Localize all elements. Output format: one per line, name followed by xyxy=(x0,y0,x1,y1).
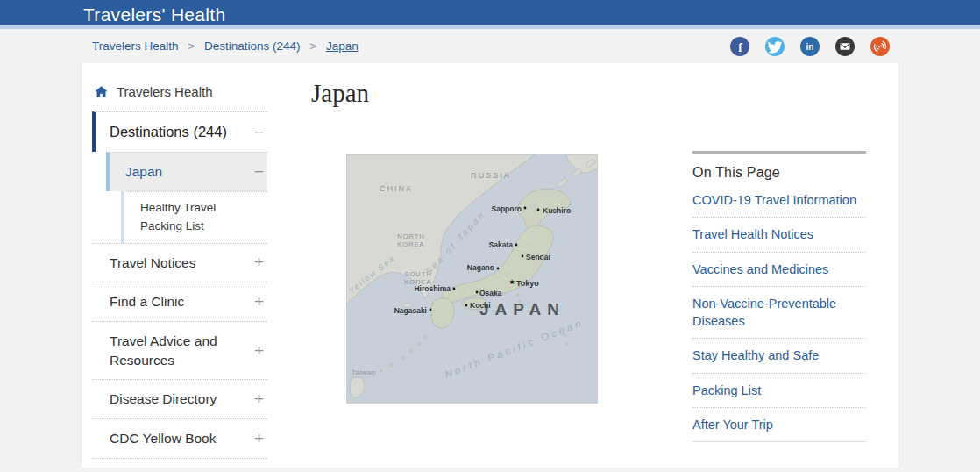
svg-text:f: f xyxy=(738,40,742,54)
city-label: Sakata xyxy=(489,240,514,249)
page: Travelers' Health Travelers Health > Des… xyxy=(0,0,980,468)
sidebar-home-label: Travelers Health xyxy=(117,84,212,99)
expand-icon[interactable]: + xyxy=(254,290,264,314)
city-marker xyxy=(524,207,527,210)
home-icon xyxy=(94,84,109,99)
on-this-page-heading: On This Page xyxy=(692,165,866,181)
sidebar-item-find-a-clinic[interactable]: Find a Clinic + xyxy=(92,282,267,321)
syndicate-icon[interactable] xyxy=(870,37,890,56)
breadcrumb-link-japan[interactable]: Japan xyxy=(326,39,359,53)
city-label: Tokyo xyxy=(516,279,539,288)
sidebar-item-cdc-yellow-book[interactable]: CDC Yellow Book + xyxy=(92,418,267,458)
list-item: COVID-19 Travel Information xyxy=(692,183,866,218)
expand-icon[interactable]: + xyxy=(254,388,264,411)
breadcrumb-separator: > xyxy=(188,39,195,53)
city-label: Nagano xyxy=(467,263,494,272)
breadcrumb-row: Travelers Health > Destinations (244) > … xyxy=(82,29,898,63)
breadcrumb-link-travelers-health[interactable]: Travelers Health xyxy=(92,39,179,53)
list-item: Travel Health Notices xyxy=(692,218,866,252)
sidebar-item-frequently-asked-questions[interactable]: Frequently Asked Questions + xyxy=(92,458,267,472)
sidebar-item-destinations[interactable]: Destinations (244) − xyxy=(92,111,267,152)
sidebar-item-label: Find a Clinic xyxy=(110,294,184,309)
city-marker xyxy=(537,209,540,211)
list-item: After Your Trip xyxy=(692,408,866,441)
collapse-icon[interactable]: − xyxy=(254,161,264,184)
site-header: Travelers' Health xyxy=(0,0,980,29)
city-label: Kushiro xyxy=(543,206,571,215)
collapse-icon[interactable]: − xyxy=(254,120,264,144)
city-label: Hiroshima xyxy=(414,284,451,293)
content-card: Travelers Health Destinations (244) − Ja… xyxy=(82,63,898,468)
city-marker xyxy=(522,255,524,258)
on-this-page: On This Page COVID-19 Travel Information… xyxy=(692,151,866,442)
japan-map: CHINARUSSIANORTHKOREASOUTHKOREATaiwanSea… xyxy=(346,154,598,404)
city-marker xyxy=(515,244,518,247)
japan-map-svg: CHINARUSSIANORTHKOREASOUTHKOREATaiwanSea… xyxy=(346,154,598,404)
map-region-label: Taiwan xyxy=(352,368,376,376)
site-title[interactable]: Travelers' Health xyxy=(0,0,980,29)
city-marker xyxy=(465,304,468,307)
city-label: Kochi xyxy=(470,301,491,310)
on-this-page-list: COVID-19 Travel Information Travel Healt… xyxy=(692,183,866,442)
on-this-page-link-packing-list[interactable]: Packing List xyxy=(692,382,866,399)
sidebar-item-healthy-travel-packing-list[interactable]: Healthy Travel Packing List xyxy=(121,191,267,243)
sidebar-home-link[interactable]: Travelers Health xyxy=(92,75,267,111)
expand-icon[interactable]: + xyxy=(254,339,264,362)
capital-star-marker: ★ xyxy=(508,278,515,286)
map-country-label: JAPAN xyxy=(479,300,565,318)
sidebar-item-label: CDC Yellow Book xyxy=(110,431,216,446)
city-marker xyxy=(430,309,432,311)
breadcrumb-link-destinations[interactable]: Destinations (244) xyxy=(204,39,301,53)
map-region-label: KOREA xyxy=(397,240,424,248)
on-this-page-link-after-your-trip[interactable]: After Your Trip xyxy=(692,416,866,433)
city-marker xyxy=(476,291,479,294)
list-item: Stay Healthy and Safe xyxy=(692,339,866,373)
list-item: Non-Vaccine-Preventable Diseases xyxy=(692,287,866,340)
left-nav: Travelers Health Destinations (244) − Ja… xyxy=(92,75,267,472)
expand-icon[interactable]: + xyxy=(254,251,264,275)
sidebar-item-label: Disease Directory xyxy=(110,391,217,406)
twitter-icon[interactable] xyxy=(765,37,785,56)
sidebar-item-travel-notices[interactable]: Travel Notices + xyxy=(92,243,267,282)
sidebar-item-label: Healthy Travel Packing List xyxy=(140,201,216,232)
sidebar-nav: Destinations (244) − Japan − Healthy Tra… xyxy=(92,111,267,472)
linkedin-icon[interactable]: in xyxy=(800,37,820,56)
breadcrumb-separator: > xyxy=(309,39,316,53)
on-this-page-link-vaccines-and-medicines[interactable]: Vaccines and Medicines xyxy=(692,261,866,278)
list-item: Vaccines and Medicines xyxy=(692,253,866,287)
social-share-bar: f in xyxy=(730,37,890,56)
city-label: Nagasaki xyxy=(394,306,427,315)
expand-icon[interactable]: + xyxy=(254,427,264,451)
breadcrumb: Travelers Health > Destinations (244) > … xyxy=(92,39,359,53)
sidebar-item-disease-directory[interactable]: Disease Directory + xyxy=(92,379,267,418)
on-this-page-link-travel-health-notices[interactable]: Travel Health Notices xyxy=(692,225,866,243)
on-this-page-link-stay-healthy-and-safe[interactable]: Stay Healthy and Safe xyxy=(692,347,866,364)
map-region-label: NORTH xyxy=(397,232,425,240)
on-this-page-link-covid-19-travel-information[interactable]: COVID-19 Travel Information xyxy=(692,191,866,209)
svg-text:in: in xyxy=(806,42,814,52)
list-item: Packing List xyxy=(692,374,866,408)
city-marker xyxy=(453,288,456,290)
city-marker xyxy=(497,268,500,270)
sidebar-item-label: Destinations (244) xyxy=(110,124,227,139)
sidebar-item-label: Travel Notices xyxy=(110,255,195,270)
sidebar-item-japan[interactable]: Japan − xyxy=(106,152,267,191)
page-title: Japan xyxy=(311,79,369,108)
sidebar-item-label: Travel Advice and Resources xyxy=(110,333,217,368)
sidebar-item-travel-advice-and-resources[interactable]: Travel Advice and Resources + xyxy=(92,321,267,379)
city-label: Sapporo xyxy=(492,204,522,213)
city-label: Sendai xyxy=(526,253,550,261)
map-region-label: CHINA xyxy=(380,184,413,193)
map-region-label: RUSSIA xyxy=(471,171,511,180)
on-this-page-link-non-vaccine-preventable-diseases[interactable]: Non-Vaccine-Preventable Diseases xyxy=(692,295,866,331)
city-label: Osaka xyxy=(479,289,502,297)
facebook-icon[interactable]: f xyxy=(730,37,749,56)
email-icon[interactable] xyxy=(835,37,855,56)
sidebar-item-label: Japan xyxy=(125,164,162,179)
